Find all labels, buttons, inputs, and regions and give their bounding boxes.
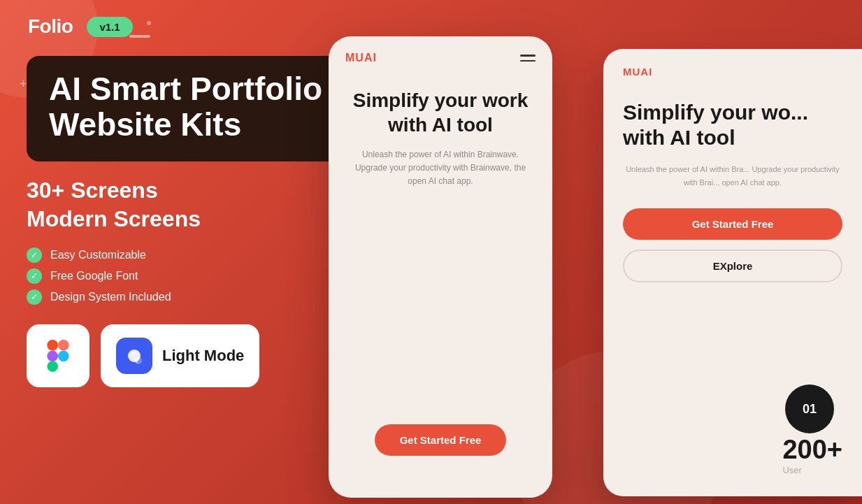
hamburger-line-2 (520, 60, 536, 62)
hamburger-line-1 (520, 55, 536, 57)
phone-headline-line2: with AI tool (388, 114, 493, 136)
figma-icon (42, 340, 74, 372)
svg-rect-4 (47, 361, 58, 372)
features-list: ✓ Easy Customizable ✓ Free Google Font ✓… (27, 247, 348, 305)
desktop-explore-button[interactable]: EXplore (623, 250, 842, 282)
feature-label-3: Design System Included (50, 291, 171, 303)
check-icon-1: ✓ (27, 247, 42, 263)
desktop-headline: Simplify your wo...with AI tool (623, 100, 842, 150)
counter-badge: 01 (785, 384, 834, 433)
light-mode-label: Light Mode (162, 347, 244, 365)
stats-label: User (782, 465, 842, 475)
phone-headline-line1: Simplify your work (353, 89, 529, 111)
phone-body: Simplify your work with AI tool Unleash … (329, 74, 552, 498)
feature-item-3: ✓ Design System Included (27, 289, 348, 305)
check-icon-3: ✓ (27, 289, 42, 305)
svg-rect-1 (58, 340, 69, 351)
phone-header: MUAI (329, 36, 552, 74)
stats-block: 200+ User (782, 435, 842, 475)
feature-label-2: Free Google Font (50, 270, 138, 282)
light-mode-icon-wrap (116, 338, 152, 374)
phone-headline: Simplify your work with AI tool (353, 88, 529, 137)
title-line1: AI Smart Portfolio (49, 71, 322, 107)
feature-label-1: Easy Customizable (50, 249, 146, 261)
deco-plus-icon: + (20, 77, 27, 92)
phone-mockup: MUAI Simplify your work with AI tool Unl… (329, 36, 552, 498)
title-line2: Website Kits (49, 107, 322, 143)
stat-modern: Modern Screens (27, 206, 348, 232)
version-badge: v1.1 (87, 17, 132, 37)
left-content: AI Smart Portfolio Website Kits 30+ Scre… (27, 56, 348, 387)
desktop-subtext: Unleash the power of AI within Bra... Up… (623, 163, 842, 189)
desktop-cta-button[interactable]: Get Started Free (623, 208, 842, 240)
light-mode-badge[interactable]: Light Mode (101, 324, 259, 387)
figma-badge[interactable] (27, 324, 89, 387)
svg-rect-0 (47, 340, 58, 351)
title-box: AI Smart Portfolio Website Kits (27, 56, 345, 161)
stats-row: 30+ Screens Modern Screens (27, 177, 348, 232)
phone-subtext: Unleash the power of AI within Brainwave… (345, 148, 536, 189)
logo[interactable]: Folio (28, 15, 73, 38)
feature-item-1: ✓ Easy Customizable (27, 247, 348, 263)
feature-item-2: ✓ Free Google Font (27, 268, 348, 284)
phone-cta-button[interactable]: Get Started Free (375, 424, 507, 456)
desktop-logo: MUAI (623, 66, 842, 78)
desktop-mockup: MUAI Simplify your wo...with AI tool Unl… (603, 49, 862, 496)
light-mode-icon (124, 345, 145, 366)
svg-point-3 (58, 351, 69, 362)
phone-logo: MUAI (345, 52, 377, 64)
svg-point-6 (135, 357, 142, 364)
hamburger-menu[interactable] (520, 55, 536, 62)
counter-label: 01 (803, 402, 817, 417)
stat-screens: 30+ Screens (27, 177, 348, 203)
svg-rect-2 (47, 351, 58, 362)
check-icon-2: ✓ (27, 268, 42, 284)
bottom-badges: Light Mode (27, 324, 348, 387)
stats-number: 200+ (782, 435, 842, 465)
